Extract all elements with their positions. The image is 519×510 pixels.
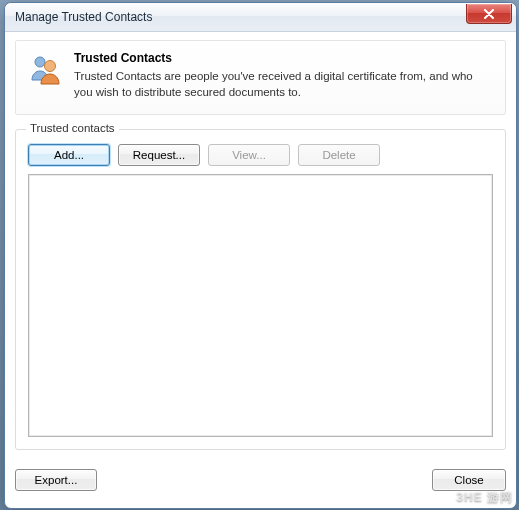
svg-point-0: [35, 57, 45, 67]
header-heading: Trusted Contacts: [74, 51, 493, 65]
svg-point-1: [45, 61, 56, 72]
contacts-button-row: Add... Request... View... Delete: [28, 144, 493, 166]
dialog-footer: Export... Close: [15, 460, 506, 500]
close-window-button[interactable]: [466, 4, 512, 24]
delete-button[interactable]: Delete: [298, 144, 380, 166]
close-button[interactable]: Close: [432, 469, 506, 491]
dialog-window: Manage Trusted Contacts Trusted Contacts…: [4, 2, 517, 509]
window-title: Manage Trusted Contacts: [15, 10, 152, 24]
header-text: Trusted Contacts Trusted Contacts are pe…: [74, 51, 493, 100]
view-button[interactable]: View...: [208, 144, 290, 166]
header-description: Trusted Contacts are people you've recei…: [74, 69, 493, 100]
group-legend: Trusted contacts: [26, 122, 119, 134]
add-button[interactable]: Add...: [28, 144, 110, 166]
titlebar: Manage Trusted Contacts: [5, 3, 516, 32]
close-icon: [483, 9, 495, 19]
request-button[interactable]: Request...: [118, 144, 200, 166]
trusted-contacts-group: Trusted contacts Add... Request... View.…: [15, 129, 506, 450]
export-button[interactable]: Export...: [15, 469, 97, 491]
contacts-listbox[interactable]: [28, 174, 493, 437]
header-panel: Trusted Contacts Trusted Contacts are pe…: [15, 40, 506, 115]
contacts-icon: [28, 51, 62, 100]
